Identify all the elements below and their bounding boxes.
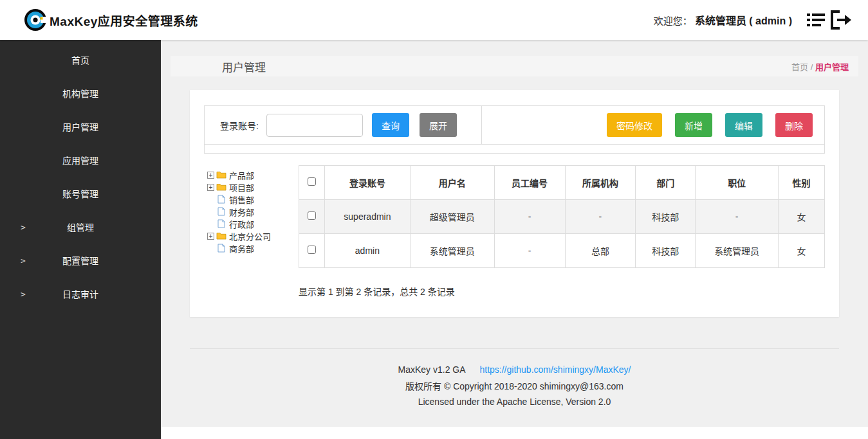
col-login-account: 登录账号	[324, 166, 410, 200]
chevron-right-icon: >	[21, 211, 26, 244]
select-all-cell	[299, 166, 325, 200]
query-button[interactable]: 查询	[372, 113, 409, 137]
change-password-button[interactable]: 密码修改	[607, 113, 662, 137]
row-checkbox[interactable]	[308, 211, 316, 220]
tree-item-project-dept[interactable]: + 项目部	[207, 181, 299, 193]
delete-button[interactable]: 删除	[775, 113, 813, 137]
welcome-label: 欢迎您：	[654, 13, 692, 27]
sidebar-item-label: 组管理	[67, 222, 94, 233]
org-tree: + 产品部 + 项目部	[207, 165, 299, 298]
version-text: MaxKey v1.2 GA	[398, 364, 466, 375]
col-gender: 性别	[779, 166, 825, 200]
login-account-label: 登录账号:	[220, 119, 259, 132]
cell-organization: -	[565, 200, 636, 234]
sidebar-nav: 首页 机构管理 用户管理 应用管理 账号管理 > 组管理 > 配置管理 > 日志…	[0, 40, 161, 311]
add-button[interactable]: 新增	[675, 113, 712, 137]
row-select-cell	[299, 200, 325, 234]
table-row[interactable]: superadmin 超级管理员 - - 科技部 - 女	[299, 200, 825, 234]
tree-item-finance-dept[interactable]: 财务部	[207, 206, 299, 217]
folder-icon	[216, 183, 226, 192]
cell-username: 超级管理员	[410, 200, 494, 234]
folder-icon	[216, 170, 226, 179]
tree-item-label: 项目部	[229, 181, 254, 193]
footer-copyright: 版权所有 © Copyright 2018-2020 shimingxy@163…	[190, 379, 839, 392]
content-row: + 产品部 + 项目部	[190, 165, 839, 298]
breadcrumb-home[interactable]: 首页	[791, 62, 808, 72]
sidebar-item-home[interactable]: 首页	[0, 44, 161, 77]
maxkey-logo-icon	[23, 8, 48, 32]
sidebar-item-user-mgmt[interactable]: 用户管理	[0, 111, 161, 144]
github-link[interactable]: https://github.com/shimingxy/MaxKey/	[479, 364, 631, 375]
toolbar: 登录账号: 查询 展开 密码修改 新增 编辑 删除	[204, 105, 825, 154]
sidebar-item-label: 首页	[71, 55, 89, 66]
cell-department: 科技部	[636, 200, 696, 234]
main-content: 用户管理 首页 / 用户管理 登录账号: 查询 展开 密	[161, 40, 868, 427]
users-table: 登录账号 用户名 员工编号 所属机构 部门 职位 性别	[299, 165, 825, 268]
footer-license: Licensed under the Apache License, Versi…	[190, 397, 839, 407]
file-icon	[216, 207, 226, 216]
cell-username: 系统管理员	[410, 234, 494, 268]
col-organization: 所属机构	[565, 166, 636, 200]
action-buttons: 密码修改 新增 编辑 删除	[607, 113, 824, 137]
cell-gender: 女	[779, 234, 825, 268]
chevron-right-icon: >	[21, 244, 26, 278]
search-form: 登录账号: 查询 展开	[205, 106, 482, 144]
top-header: MaxKey应用安全管理系统 欢迎您： 系统管理员 ( admin )	[0, 0, 868, 40]
tree-item-label: 商务部	[229, 242, 254, 255]
col-username: 用户名	[410, 166, 494, 200]
cell-position: -	[696, 200, 779, 234]
breadcrumb: 首页 / 用户管理	[791, 60, 858, 73]
tree-item-sales-dept[interactable]: 销售部	[207, 193, 299, 205]
col-department: 部门	[636, 166, 696, 200]
tree-item-label: 财务部	[229, 206, 254, 218]
tree-item-admin-dept[interactable]: 行政部	[207, 218, 299, 229]
pagination-summary: 显示第 1 到第 2 条记录，总共 2 条记录	[299, 285, 825, 298]
cell-login-account: superadmin	[324, 200, 410, 234]
sidebar-item-account-mgmt[interactable]: 账号管理	[0, 177, 161, 211]
row-select-cell	[299, 234, 325, 268]
toolbar-row: 登录账号: 查询 展开 密码修改 新增 编辑 删除	[205, 106, 824, 145]
expand-button[interactable]: 展开	[420, 113, 457, 137]
tree-item-label: 销售部	[229, 193, 254, 206]
sidebar-item-config-mgmt[interactable]: > 配置管理	[0, 244, 161, 278]
sidebar-item-group-mgmt[interactable]: > 组管理	[0, 211, 161, 244]
content-card: 登录账号: 查询 展开 密码修改 新增 编辑 删除	[190, 90, 839, 317]
sidebar-item-app-mgmt[interactable]: 应用管理	[0, 144, 161, 177]
sidebar-item-label: 用户管理	[62, 122, 98, 132]
tree-item-business-dept[interactable]: 商务部	[207, 242, 299, 254]
tree-item-beijing-branch[interactable]: + 北京分公司	[207, 230, 299, 242]
current-user: 系统管理员 ( admin )	[695, 12, 792, 28]
cell-gender: 女	[779, 200, 825, 234]
edit-button[interactable]: 编辑	[725, 113, 762, 137]
menu-list-icon[interactable]	[806, 12, 826, 28]
expand-plus-icon[interactable]: +	[207, 184, 214, 191]
select-all-checkbox[interactable]	[308, 177, 316, 186]
col-position: 职位	[696, 166, 779, 200]
folder-icon	[216, 231, 226, 240]
file-icon	[216, 195, 226, 204]
sidebar-item-label: 配置管理	[62, 256, 98, 266]
table-row[interactable]: admin 系统管理员 - 总部 科技部 系统管理员 女	[299, 234, 825, 268]
table-area: 登录账号 用户名 员工编号 所属机构 部门 职位 性别	[299, 165, 825, 298]
expand-plus-icon[interactable]: +	[207, 233, 214, 240]
footer-line-1: MaxKey v1.2 GA https://github.com/shimin…	[190, 364, 839, 375]
table-header-row: 登录账号 用户名 员工编号 所属机构 部门 职位 性别	[299, 166, 825, 200]
file-icon	[216, 244, 226, 253]
cell-position: 系统管理员	[696, 234, 779, 268]
tree-item-label: 产品部	[229, 169, 254, 181]
tree-item-product-dept[interactable]: + 产品部	[207, 169, 299, 181]
tree-item-label: 行政部	[229, 218, 254, 230]
breadcrumb-separator: /	[811, 62, 813, 72]
file-icon	[216, 219, 226, 228]
login-account-input[interactable]	[266, 114, 363, 137]
expand-plus-icon[interactable]: +	[207, 172, 214, 179]
cell-login-account: admin	[324, 234, 410, 268]
sidebar-item-label: 应用管理	[62, 156, 98, 166]
row-checkbox[interactable]	[308, 246, 316, 254]
sidebar-item-org-mgmt[interactable]: 机构管理	[0, 77, 161, 111]
app-title: MaxKey应用安全管理系统	[50, 12, 198, 29]
brand: MaxKey应用安全管理系统	[0, 8, 198, 32]
cell-department: 科技部	[636, 234, 696, 268]
sidebar-item-log-audit[interactable]: > 日志审计	[0, 278, 161, 311]
logout-icon[interactable]	[829, 10, 853, 30]
